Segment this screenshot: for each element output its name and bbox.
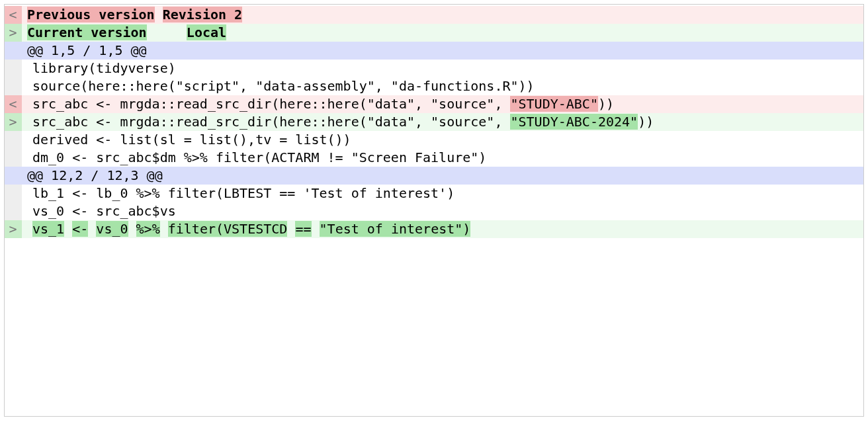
marker-current: > bbox=[5, 220, 22, 238]
inline-add: vs_0 bbox=[96, 221, 128, 237]
gutter-blank bbox=[5, 202, 22, 220]
inline-add: <- bbox=[72, 221, 88, 237]
gutter-blank bbox=[5, 185, 22, 202]
header-current-label: Current version bbox=[27, 24, 147, 40]
inline-add: filter(VSTESTCD bbox=[168, 221, 288, 237]
header-previous-content: Previous version Revision 2 bbox=[22, 6, 863, 24]
inline-add: %>% bbox=[136, 221, 160, 237]
diff-line-context: library(tidyverse) bbox=[5, 60, 863, 77]
gutter-blank bbox=[5, 60, 22, 77]
header-previous-label: Previous version bbox=[27, 7, 155, 22]
header-previous-revision: Revision 2 bbox=[163, 7, 242, 22]
gutter-blank bbox=[5, 77, 22, 95]
code-line: lb_1 <- lb_0 %>% filter(LBTEST == 'Test … bbox=[27, 185, 863, 202]
inline-delete: "STUDY-ABC" bbox=[510, 96, 597, 112]
code-line: derived <- list(sl = list(),tv = list()) bbox=[27, 131, 863, 149]
hunk-1-text: @@ 1,5 / 1,5 @@ bbox=[22, 42, 863, 60]
hunk-2-text: @@ 12,2 / 12,3 @@ bbox=[22, 167, 863, 185]
header-row-previous: < Previous version Revision 2 bbox=[5, 6, 863, 24]
code-line: source(here::here("script", "data-assemb… bbox=[27, 77, 863, 95]
diff-line-context: vs_0 <- src_abc$vs bbox=[5, 202, 863, 220]
inline-add: == bbox=[295, 221, 311, 237]
header-current-revision: Local bbox=[187, 24, 226, 40]
inline-add: "STUDY-ABC-2024" bbox=[510, 114, 638, 130]
diff-line-context: derived <- list(sl = list(),tv = list()) bbox=[5, 131, 863, 149]
marker-current: > bbox=[5, 24, 22, 42]
code-line: library(tidyverse) bbox=[27, 60, 863, 77]
code-line: vs_0 <- src_abc$vs bbox=[27, 202, 863, 220]
inline-add: "Test of interest") bbox=[320, 221, 471, 237]
diff-line-context: lb_1 <- lb_0 %>% filter(LBTEST == 'Test … bbox=[5, 185, 863, 202]
diff-line-added: > vs_1 <- vs_0 %>% filter(VSTESTCD == "T… bbox=[5, 220, 863, 238]
code-line: dm_0 <- src_abc$dm %>% filter(ACTARM != … bbox=[27, 149, 863, 167]
header-row-current: > Current version Local bbox=[5, 24, 863, 42]
gutter-blank bbox=[5, 167, 22, 185]
marker-current: > bbox=[5, 113, 22, 131]
marker-previous: < bbox=[5, 6, 22, 24]
diff-line-context: source(here::here("script", "data-assemb… bbox=[5, 77, 863, 95]
diff-line-context: dm_0 <- src_abc$dm %>% filter(ACTARM != … bbox=[5, 149, 863, 167]
hunk-header-1: @@ 1,5 / 1,5 @@ bbox=[5, 42, 863, 60]
diff-line-deleted: < src_abc <- mrgda::read_src_dir(here::h… bbox=[5, 95, 863, 113]
diff-viewer: < Previous version Revision 2 > Current … bbox=[4, 4, 864, 417]
gutter-blank bbox=[5, 131, 22, 149]
code-line: vs_1 <- vs_0 %>% filter(VSTESTCD == "Tes… bbox=[27, 220, 863, 238]
header-current-content: Current version Local bbox=[22, 24, 863, 42]
diff-line-added: > src_abc <- mrgda::read_src_dir(here::h… bbox=[5, 113, 863, 131]
hunk-header-2: @@ 12,2 / 12,3 @@ bbox=[5, 167, 863, 185]
gutter-blank bbox=[5, 149, 22, 167]
code-line: src_abc <- mrgda::read_src_dir(here::her… bbox=[27, 113, 863, 131]
inline-add: vs_1 bbox=[32, 221, 64, 237]
marker-previous: < bbox=[5, 95, 22, 113]
code-line: src_abc <- mrgda::read_src_dir(here::her… bbox=[27, 95, 863, 113]
gutter-blank bbox=[5, 42, 22, 60]
